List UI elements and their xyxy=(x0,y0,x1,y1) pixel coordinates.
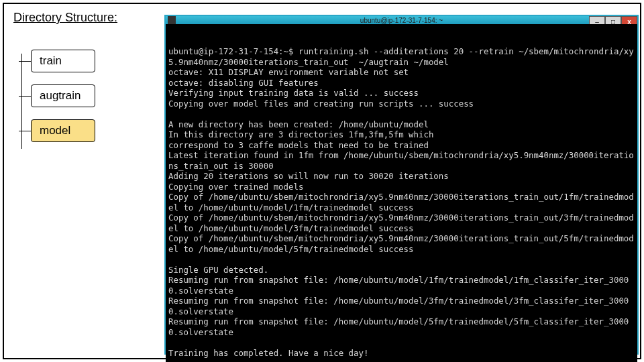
tree-connector xyxy=(19,96,31,97)
tree-node-label: augtrain xyxy=(31,84,95,107)
terminal-window: ubuntu@ip-172-31-7-154: ~ – □ x ubuntu@i… xyxy=(164,15,639,355)
tree-node-label: model xyxy=(31,119,95,142)
window-titlebar[interactable]: ubuntu@ip-172-31-7-154: ~ – □ x xyxy=(166,16,637,24)
tree-connector xyxy=(19,61,31,62)
terminal-output[interactable]: ubuntu@ip-172-31-7-154:~$ runtraining.sh… xyxy=(166,24,637,362)
document-frame: Directory Structure: train augtrain mode… xyxy=(3,3,641,359)
tree-item-augtrain[interactable]: augtrain xyxy=(19,84,95,107)
directory-tree: train augtrain model xyxy=(19,50,95,154)
tree-node-label: train xyxy=(31,50,95,72)
terminal-text: ubuntu@ip-172-31-7-154:~$ runtraining.sh… xyxy=(168,46,635,362)
tree-item-model[interactable]: model xyxy=(19,119,95,142)
directory-structure-heading: Directory Structure: xyxy=(13,11,117,25)
tree-item-train[interactable]: train xyxy=(19,50,95,72)
tree-connector xyxy=(19,131,31,131)
window-title: ubuntu@ip-172-31-7-154: ~ xyxy=(166,17,637,24)
